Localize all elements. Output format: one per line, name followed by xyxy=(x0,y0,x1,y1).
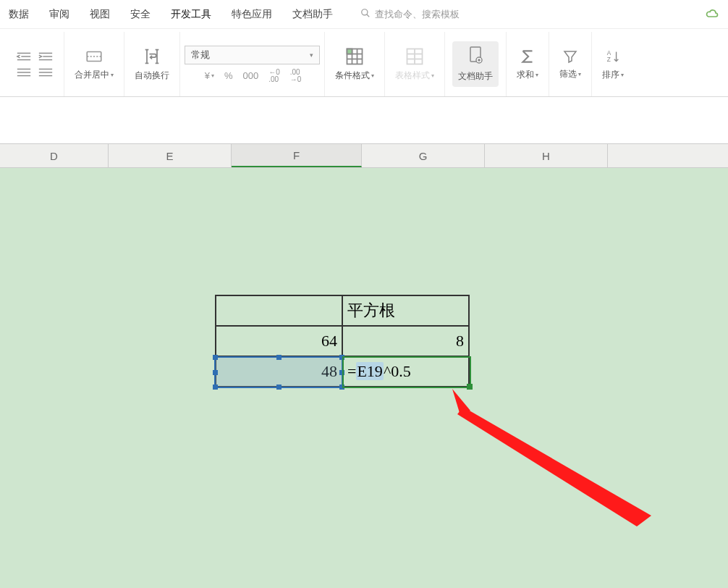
currency-button[interactable]: ¥▾ xyxy=(205,69,214,83)
table-style-group: 表格样式▾ xyxy=(385,32,445,96)
col-header-d[interactable]: D xyxy=(0,144,109,167)
col-header-g[interactable]: G xyxy=(362,144,485,167)
chevron-down-icon: ▾ xyxy=(310,51,313,59)
sum-button[interactable]: 求和▾ xyxy=(514,46,541,83)
ribbon-toolbar: 合并居中▾ 自动换行 常规 ▾ ¥▾ % 000 ←0 .00 .00 →0 条… xyxy=(0,29,728,97)
command-search[interactable]: 查找命令、搜索模板 xyxy=(360,8,460,21)
cell-e18[interactable]: 64 xyxy=(216,326,342,356)
formula-suffix: ^0.5 xyxy=(384,362,411,380)
percent-button[interactable]: % xyxy=(224,69,233,83)
tab-view[interactable]: 视图 xyxy=(90,8,110,21)
increase-decimal-button[interactable]: ←0 .00 xyxy=(268,69,280,83)
svg-point-0 xyxy=(362,9,368,15)
cell-f19-editing[interactable]: =E19^0.5 xyxy=(342,356,469,387)
search-placeholder: 查找命令、搜索模板 xyxy=(375,8,460,21)
tab-special[interactable]: 特色应用 xyxy=(232,8,272,21)
cell-e17[interactable] xyxy=(216,295,342,326)
tab-review[interactable]: 审阅 xyxy=(49,8,69,21)
col-header-h[interactable]: H xyxy=(485,144,608,167)
comma-style-button[interactable]: 000 xyxy=(242,69,258,83)
formula-cell-ref: E19 xyxy=(356,362,383,380)
merge-center-button[interactable]: 合并居中▾ xyxy=(72,46,117,83)
data-table: 平方根 64 8 48 =E19^0.5 xyxy=(215,295,470,387)
svg-text:Z: Z xyxy=(607,56,611,63)
doc-helper-button[interactable]: 文档助手 xyxy=(452,41,499,87)
tab-security[interactable]: 安全 xyxy=(130,8,151,21)
doc-helper-group: 文档助手 xyxy=(445,32,507,96)
number-format-select[interactable]: 常规 ▾ xyxy=(185,46,320,64)
svg-rect-21 xyxy=(347,49,352,54)
filter-group: 筛选▾ xyxy=(549,32,592,96)
sort-group: AZ 排序▾ xyxy=(592,32,634,96)
filter-button[interactable]: 筛选▾ xyxy=(556,46,584,82)
sort-button[interactable]: AZ 排序▾ xyxy=(599,46,627,83)
cond-format-group: 条件格式▾ xyxy=(325,32,385,96)
auto-wrap-button[interactable]: 自动换行 xyxy=(132,45,172,83)
spreadsheet-grid[interactable]: 平方根 64 8 48 =E19^0.5 xyxy=(0,168,728,588)
indent-buttons[interactable] xyxy=(13,49,56,80)
col-header-e[interactable]: E xyxy=(109,144,232,167)
tab-data[interactable]: 数据 xyxy=(9,8,29,21)
formula-bar-area xyxy=(0,97,728,143)
svg-marker-32 xyxy=(457,407,651,526)
decrease-decimal-button[interactable]: .00 →0 xyxy=(290,69,302,83)
conditional-format-button[interactable]: 条件格式▾ xyxy=(332,45,377,83)
tab-dev-tools[interactable]: 开发工具 xyxy=(171,8,211,21)
ribbon-tabs: 数据 审阅 视图 安全 开发工具 特色应用 文档助手 查找命令、搜索模板 xyxy=(0,0,728,29)
cell-f18[interactable]: 8 xyxy=(342,326,469,356)
col-header-rest xyxy=(608,144,728,167)
number-format-buttons: ¥▾ % 000 ←0 .00 .00 →0 xyxy=(203,69,302,83)
svg-marker-31 xyxy=(452,389,470,413)
indent-align-group xyxy=(6,32,64,96)
formula-prefix: = xyxy=(347,362,356,380)
cell-e19[interactable]: 48 xyxy=(216,356,342,387)
svg-line-1 xyxy=(367,14,370,17)
merge-group: 合并居中▾ xyxy=(64,32,124,96)
col-header-f[interactable]: F xyxy=(232,144,362,167)
wrap-group: 自动换行 xyxy=(124,32,180,96)
sum-group: 求和▾ xyxy=(507,32,549,96)
tab-doc-helper[interactable]: 文档助手 xyxy=(292,8,333,21)
table-style-button[interactable]: 表格样式▾ xyxy=(392,45,437,83)
number-format-group: 常规 ▾ ¥▾ % 000 ←0 .00 .00 →0 xyxy=(180,32,325,96)
column-headers: D E F G H xyxy=(0,143,728,168)
cloud-sync-icon[interactable] xyxy=(705,6,719,22)
search-icon xyxy=(360,8,371,20)
cell-f17-header[interactable]: 平方根 xyxy=(342,295,469,326)
svg-text:A: A xyxy=(607,50,611,56)
